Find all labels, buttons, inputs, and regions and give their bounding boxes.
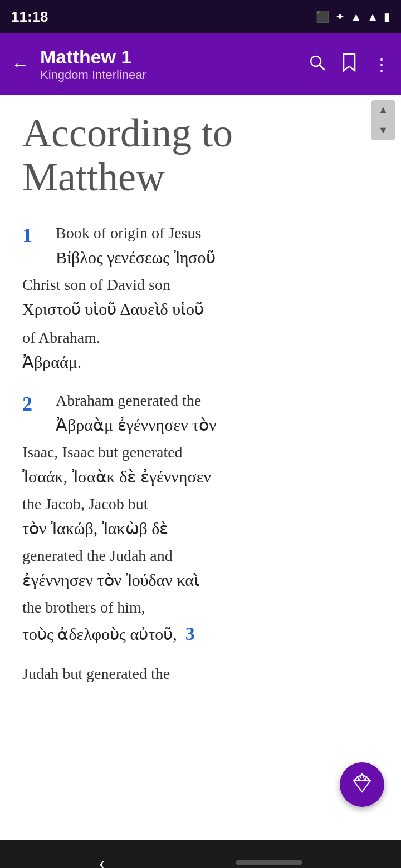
status-time: 11:18	[11, 8, 48, 26]
app-bar-subtitle: Kingdom Interlinear	[40, 68, 297, 82]
app-bar: ← Matthew 1 Kingdom Interlinear ⋮	[0, 33, 401, 95]
verse-2-cont2-english: the Jacob, Jacob but	[22, 492, 379, 516]
verse-2-cont2-greek: τὸν Ἰακώβ, Ἰακὼβ δὲ	[22, 516, 379, 541]
content-area: ▲ ▼ According to Matthew 1 Book of origi…	[0, 95, 401, 840]
verse-2-greek: Ἀβραὰμ ἐγέννησεν τὸν	[56, 412, 217, 437]
verse-2-block: 2 Abraham generated the Ἀβραὰμ ἐγέννησεν…	[22, 389, 379, 648]
verse-1-block: 1 Book of origin of Jesus Βίβλος γενέσεω…	[22, 221, 379, 374]
verse-1-cont-english: Christ son of David son	[22, 273, 379, 297]
status-icons: ⬛ ✦ ▲ ▲ ▮	[316, 10, 390, 23]
svg-marker-2	[354, 774, 370, 792]
verse-2-cont3-english: generated the Judah and	[22, 544, 379, 568]
verse-2-cont3-greek: ἐγέννησεν τὸν Ἰούδαν καὶ	[22, 568, 379, 593]
bluetooth-icon: ✦	[335, 10, 345, 23]
verse-1-cont-greek: Χριστοῦ υἱοῦ Δαυεὶδ υἱοῦ	[22, 297, 379, 322]
verse-2-cont4-english: the brothers of him,	[22, 596, 195, 619]
scroll-down-button[interactable]: ▼	[371, 120, 395, 140]
app-bar-title: Matthew 1	[40, 46, 297, 68]
verse-3-inline-num: 3	[185, 623, 195, 644]
scroll-up-button[interactable]: ▲	[371, 100, 395, 120]
diamond-icon	[351, 772, 373, 797]
signal-icon: ▲	[367, 11, 378, 23]
verse-1-number: 1	[22, 221, 50, 249]
verse-1-cont2-greek: Ἀβραάμ.	[22, 349, 379, 374]
verse-1-greek: Βίβλος γενέσεως Ἰησοῦ	[56, 245, 216, 270]
back-button[interactable]: ←	[11, 54, 29, 75]
verse-2-cont4-group: the brothers of him, τοὺς ἀδελφοὺς αὐτοῦ…	[22, 596, 195, 648]
verse-2-cont4-greek: τοὺς ἀδελφοὺς αὐτοῦ, 3	[22, 619, 195, 648]
verse-2-number: 2	[22, 390, 50, 418]
battery-icon: ▮	[384, 10, 390, 23]
cast-icon: ⬛	[316, 10, 330, 23]
nav-home-pill[interactable]	[236, 860, 302, 865]
book-heading: According to Matthew	[22, 111, 379, 199]
bookmark-icon[interactable]	[342, 53, 356, 76]
verse-3-partial-block: Judah but generated the	[22, 662, 379, 685]
status-bar: 11:18 ⬛ ✦ ▲ ▲ ▮	[0, 0, 401, 33]
verse-2-cont-greek: Ἰσαάκ, Ἰσαὰκ δὲ ἐγέννησεν	[22, 464, 379, 489]
verse-2-english: Abraham generated the	[56, 389, 217, 412]
app-bar-title-group: Matthew 1 Kingdom Interlinear	[40, 46, 297, 82]
fab-button[interactable]	[340, 762, 384, 807]
verse-1-row: 1 Book of origin of Jesus Βίβλος γενέσεω…	[22, 221, 379, 270]
verse-1-cont2-english: of Abraham.	[22, 326, 379, 349]
scroll-buttons: ▲ ▼	[371, 100, 395, 140]
svg-line-1	[320, 65, 324, 70]
wifi-icon: ▲	[350, 11, 361, 23]
more-options-icon[interactable]: ⋮	[373, 55, 390, 74]
verse-1-content: Book of origin of Jesus Βίβλος γενέσεως …	[56, 221, 216, 270]
verse-1-english: Book of origin of Jesus	[56, 221, 216, 245]
app-bar-actions: ⋮	[309, 53, 390, 76]
search-icon[interactable]	[309, 54, 325, 75]
verse-2-content: Abraham generated the Ἀβραὰμ ἐγέννησεν τ…	[56, 389, 217, 437]
verse-2-cont-english: Isaac, Isaac but generated	[22, 441, 379, 464]
verse-3-partial-english: Judah but generated the	[22, 662, 379, 685]
nav-bar: ‹	[0, 840, 401, 868]
nav-back-button[interactable]: ‹	[99, 851, 105, 868]
